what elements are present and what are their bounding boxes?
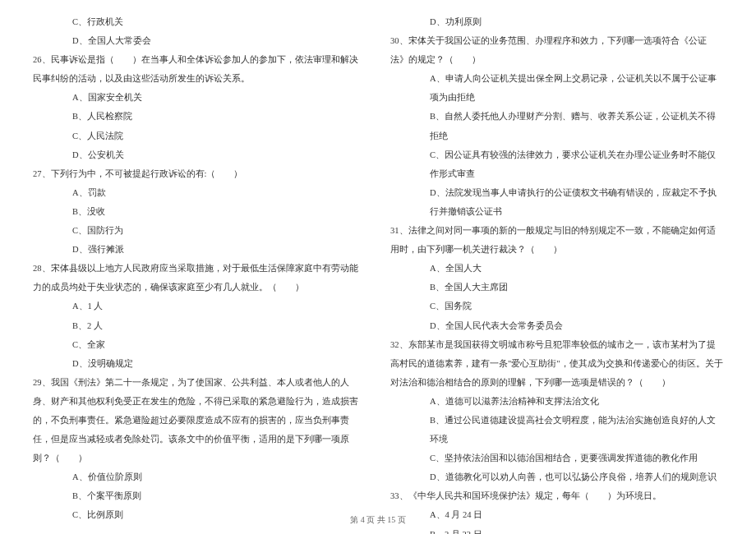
q32-option-c: C、坚持依法治国和以德治国相结合，更要强调发挥道德的教化作用 bbox=[390, 449, 723, 467]
q31-option-c: C、国务院 bbox=[390, 297, 723, 315]
q32-option-b: B、通过公民道德建设提高社会文明程度，能为法治实施创造良好的人文环境 bbox=[390, 411, 723, 449]
q31-option-a: A、全国人大 bbox=[390, 259, 723, 278]
q26-option-d: D、公安机关 bbox=[33, 145, 366, 164]
q32-option-a: A、道德可以滋养法治精神和支撑法治文化 bbox=[390, 392, 723, 411]
q30-option-a: A、申请人向公证机关提出保全网上交易记录，公证机关以不属于公证事项为由拒绝 bbox=[390, 69, 723, 107]
q28-option-d: D、没明确规定 bbox=[33, 354, 366, 373]
q31-option-b: B、全国人大主席团 bbox=[390, 278, 723, 297]
q30-option-d: D、法院发现当事人申请执行的公证债权文书确有错误的，应裁定不予执行并撤销该公证书 bbox=[390, 183, 723, 221]
q27-option-b: B、没收 bbox=[33, 202, 366, 221]
q26-option-c: C、人民法院 bbox=[33, 127, 366, 145]
q28-option-c: C、全家 bbox=[33, 335, 366, 354]
q31-option-d: D、全国人民代表大会常务委员会 bbox=[390, 316, 723, 335]
q30-option-c: C、因公证具有较强的法律效力，要求公证机关在办理公证业务时不能仅作形式审查 bbox=[390, 145, 723, 183]
page-footer: 第 4 页 共 15 页 bbox=[0, 514, 756, 526]
q32-text: 32、东部某市是我国获得文明城市称号且犯罪率较低的城市之一，该市某村为了提高村民… bbox=[390, 335, 723, 392]
q27-option-a: A、罚款 bbox=[33, 183, 366, 202]
q28-option-b: B、2 人 bbox=[33, 316, 366, 335]
q26-option-a: A、国家安全机关 bbox=[33, 88, 366, 107]
q31-text: 31、法律之间对同一事项的新的一般规定与旧的特别规定不一致，不能确定如何适用时，… bbox=[390, 221, 723, 259]
q29-option-d: D、功利原则 bbox=[390, 12, 723, 31]
right-column: D、功利原则 30、宋体关于我国公证的业务范围、办理程序和效力，下列哪一选项符合… bbox=[390, 12, 723, 497]
q25-option-c: C、行政机关 bbox=[33, 12, 366, 31]
q26-option-b: B、人民检察院 bbox=[33, 107, 366, 126]
left-column: C、行政机关 D、全国人大常委会 26、民事诉讼是指（ ）在当事人和全体诉讼参加… bbox=[33, 12, 366, 497]
q30-option-b: B、自然人委托他人办理财产分割、赠与、收养关系公证，公证机关不得拒绝 bbox=[390, 107, 723, 145]
q33-option-b: B、3 月 22 日 bbox=[390, 525, 723, 534]
q28-text: 28、宋体县级以上地方人民政府应当采取措施，对于最低生活保障家庭中有劳动能力的成… bbox=[33, 259, 366, 297]
q27-option-d: D、强行摊派 bbox=[33, 240, 366, 259]
q28-option-a: A、1 人 bbox=[33, 297, 366, 315]
q32-option-d: D、道德教化可以劝人向善，也可以弘扬公序良俗，培养人们的规则意识 bbox=[390, 467, 723, 486]
q27-text: 27、下列行为中，不可被提起行政诉讼的有:（ ） bbox=[33, 164, 366, 183]
q26-text: 26、民事诉讼是指（ ）在当事人和全体诉讼参加人的参加下，依法审理和解决民事纠纷… bbox=[33, 50, 366, 88]
q25-option-d: D、全国人大常委会 bbox=[33, 31, 366, 50]
q27-option-c: C、国防行为 bbox=[33, 221, 366, 240]
q29-option-b: B、个案平衡原则 bbox=[33, 486, 366, 505]
q29-text: 29、我国《刑法》第二十一条规定，为了使国家、公共利益、本人或者他人的人身、财产… bbox=[33, 373, 366, 467]
q29-option-a: A、价值位阶原则 bbox=[33, 467, 366, 486]
q33-text: 33、《中华人民共和国环境保护法》规定，每年（ ）为环境日。 bbox=[390, 486, 723, 505]
q30-text: 30、宋体关于我国公证的业务范围、办理程序和效力，下列哪一选项符合《公证法》的规… bbox=[390, 31, 723, 69]
